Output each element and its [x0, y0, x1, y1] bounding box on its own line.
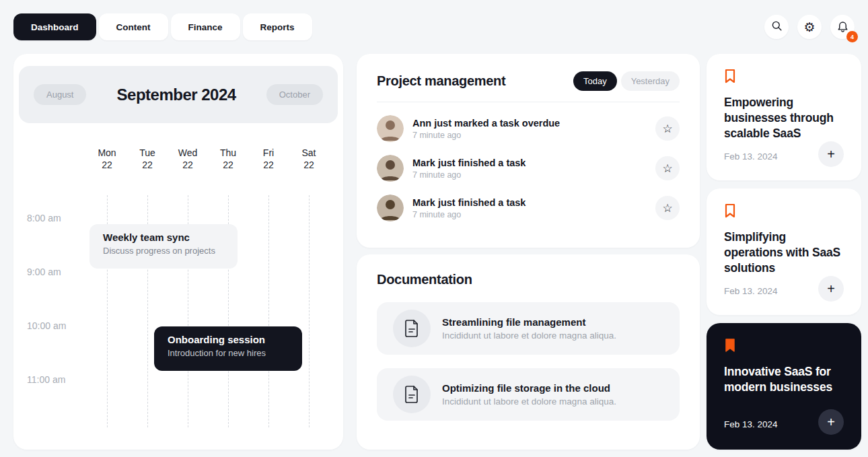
- activity-title: Mark just finished a task: [412, 157, 655, 168]
- main-content: August September 2024 October Mon22 Tue2…: [0, 54, 868, 450]
- day-header-thu: Thu22: [208, 147, 248, 171]
- article-date: Feb 13. 2024: [724, 151, 778, 162]
- article-date: Feb 13. 2024: [724, 286, 778, 296]
- topbar-actions: ⚙ 4: [764, 15, 855, 39]
- doc-title: Streamlining file management: [442, 316, 616, 328]
- notification-badge: 4: [846, 31, 858, 42]
- article-card-innovative[interactable]: Innovative SaaS for modern businesses Fe…: [707, 323, 861, 450]
- bell-icon: [836, 20, 849, 35]
- activity-title: Mark just finished a task: [412, 197, 655, 208]
- activity-time: 7 minute ago: [412, 131, 655, 140]
- activity-row: Ann just marked a task overdue 7 minute …: [377, 115, 680, 142]
- avatar: [377, 195, 404, 221]
- prev-month-button[interactable]: August: [34, 84, 86, 105]
- day-filter: Today Yesterday: [573, 71, 680, 91]
- day-header-fri: Fri22: [248, 147, 289, 171]
- event-title: Weekly team sync: [103, 232, 224, 243]
- search-button[interactable]: [764, 15, 789, 39]
- activity-time: 7 minute ago: [412, 170, 655, 180]
- day-header-mon: Mon22: [87, 147, 127, 171]
- favorite-button[interactable]: ☆: [655, 156, 680, 180]
- gear-icon: ⚙: [803, 21, 815, 34]
- article-date: Feb 13. 2024: [724, 419, 778, 429]
- divider: [377, 102, 680, 102]
- event-subtitle: Discuss progress on projects: [103, 246, 224, 256]
- nav-tabs: Dashboard Content Finance Reports: [13, 13, 312, 40]
- activity-time: 7 minute ago: [412, 210, 655, 219]
- filter-yesterday[interactable]: Yesterday: [621, 71, 680, 91]
- next-month-button[interactable]: October: [266, 84, 323, 105]
- plus-icon: +: [827, 281, 835, 296]
- plus-icon: +: [827, 147, 835, 162]
- activity-row: Mark just finished a task 7 minute ago ☆: [377, 155, 680, 182]
- calendar-header: August September 2024 October: [19, 66, 338, 123]
- grid-line: [309, 195, 310, 427]
- doc-title: Optimizing file storage in the cloud: [442, 382, 616, 394]
- search-icon: [770, 20, 783, 34]
- doc-subtitle: Incididunt ut labore et dolore magna ali…: [442, 330, 616, 341]
- add-article-button[interactable]: +: [818, 276, 844, 302]
- doc-item-file-management[interactable]: Streamlining file management Incididunt …: [377, 302, 680, 355]
- avatar: [377, 115, 404, 142]
- notifications-button[interactable]: 4: [830, 15, 855, 39]
- article-card-simplifying[interactable]: Simplifying operations with SaaS solutio…: [707, 188, 861, 315]
- day-header-tue: Tue22: [127, 147, 168, 171]
- star-icon: ☆: [662, 162, 672, 176]
- project-management-title: Project management: [377, 73, 505, 89]
- grid-line: [268, 195, 269, 427]
- middle-column: Project management Today Yesterday Ann j…: [357, 54, 700, 450]
- event-title: Onboarding session: [168, 334, 289, 345]
- add-article-button[interactable]: +: [818, 409, 844, 435]
- bookmark-icon: [724, 338, 844, 355]
- documentation-title: Documentation: [377, 272, 680, 287]
- article-card-empowering[interactable]: Empowering businesses through scalable S…: [707, 54, 861, 180]
- articles-column: Empowering businesses through scalable S…: [707, 54, 861, 450]
- favorite-button[interactable]: ☆: [655, 196, 680, 220]
- tab-reports[interactable]: Reports: [243, 13, 312, 40]
- doc-item-file-storage[interactable]: Optimizing file storage in the cloud Inc…: [377, 368, 680, 421]
- article-title: Simplifying operations with SaaS solutio…: [724, 230, 844, 276]
- star-icon: ☆: [662, 201, 672, 215]
- calendar-card: August September 2024 October Mon22 Tue2…: [13, 54, 343, 450]
- bookmark-icon: [724, 69, 844, 86]
- project-management-card: Project management Today Yesterday Ann j…: [357, 54, 700, 248]
- tab-content[interactable]: Content: [99, 13, 168, 40]
- day-header-wed: Wed22: [168, 147, 208, 171]
- calendar-event-weekly-sync[interactable]: Weekly team sync Discuss progress on pro…: [89, 224, 238, 269]
- time-label: 9:00 am: [27, 267, 61, 277]
- calendar-event-onboarding[interactable]: Onboarding session Introduction for new …: [154, 326, 302, 371]
- activity-row: Mark just finished a task 7 minute ago ☆: [377, 195, 680, 221]
- time-label: 10:00 am: [27, 320, 66, 331]
- documentation-card: Documentation Streamlining file manageme…: [357, 254, 700, 450]
- tab-finance[interactable]: Finance: [171, 13, 240, 40]
- doc-subtitle: Incididunt ut labore et dolore magna ali…: [442, 396, 616, 407]
- top-navigation: Dashboard Content Finance Reports ⚙ 4: [0, 0, 868, 54]
- plus-icon: +: [827, 415, 835, 429]
- activity-title: Ann just marked a task overdue: [412, 118, 655, 129]
- bookmark-icon: [724, 203, 844, 221]
- calendar-title: September 2024: [117, 85, 236, 104]
- settings-button[interactable]: ⚙: [797, 15, 822, 39]
- avatar: [377, 155, 404, 182]
- file-icon: [393, 310, 431, 347]
- time-label: 11:00 am: [27, 374, 65, 385]
- time-label: 8:00 am: [27, 213, 61, 223]
- event-subtitle: Introduction for new hires: [168, 348, 289, 358]
- article-title: Innovative SaaS for modern businesses: [724, 364, 844, 395]
- add-article-button[interactable]: +: [818, 141, 844, 167]
- star-icon: ☆: [662, 122, 672, 136]
- day-header-sat: Sat22: [289, 147, 329, 171]
- tab-dashboard[interactable]: Dashboard: [13, 13, 96, 40]
- filter-today[interactable]: Today: [573, 71, 617, 91]
- file-icon: [393, 376, 431, 413]
- favorite-button[interactable]: ☆: [655, 116, 680, 141]
- article-title: Empowering businesses through scalable S…: [724, 95, 844, 141]
